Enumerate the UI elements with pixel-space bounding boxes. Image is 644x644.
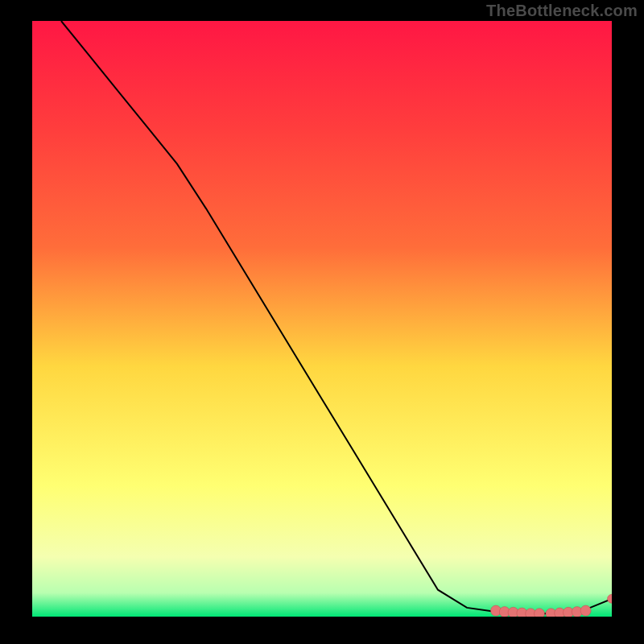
plot-area bbox=[32, 21, 612, 617]
watermark-text: TheBottleneck.com bbox=[486, 2, 638, 20]
chart-frame: TheBottleneck.com bbox=[0, 0, 644, 644]
gradient-background bbox=[32, 21, 612, 617]
data-marker bbox=[580, 605, 591, 616]
chart-svg bbox=[32, 21, 612, 617]
data-marker bbox=[535, 609, 545, 617]
